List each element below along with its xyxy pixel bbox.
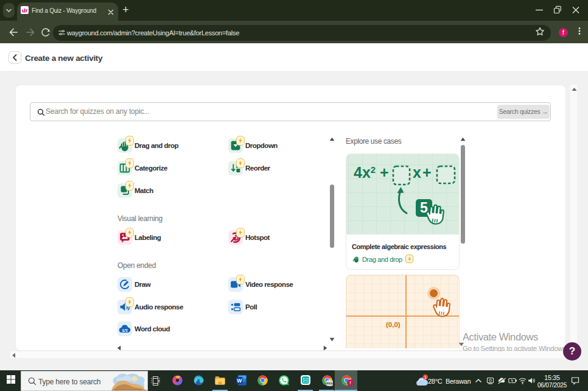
svg-text:W: W (237, 378, 242, 384)
svg-text:1: 1 (424, 375, 427, 379)
